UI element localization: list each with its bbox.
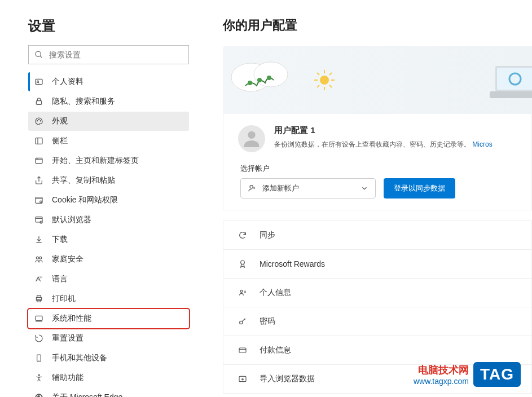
setting-row-passwords[interactable]: 密码 xyxy=(223,307,532,336)
language-icon: 字 xyxy=(34,274,44,284)
svg-rect-55 xyxy=(239,348,246,352)
svg-point-54 xyxy=(240,321,243,324)
svg-rect-45 xyxy=(490,91,532,98)
nav-item-system[interactable]: 系统和性能 xyxy=(28,309,189,328)
svg-line-39 xyxy=(329,85,332,87)
svg-point-6 xyxy=(38,119,39,120)
svg-point-0 xyxy=(36,51,41,56)
sun-illustration xyxy=(313,69,336,91)
reset-icon xyxy=(34,333,44,343)
nav-item-default-browser[interactable]: 默认浏览器 xyxy=(28,210,189,230)
setting-row-sync[interactable]: 同步 xyxy=(223,220,532,250)
setting-label: 导入浏览器数据 xyxy=(260,374,315,384)
svg-line-1 xyxy=(40,56,42,58)
nav-item-downloads[interactable]: 下载 xyxy=(28,230,189,249)
tab-icon xyxy=(34,156,44,166)
svg-point-29 xyxy=(254,62,288,87)
nav-label: 手机和其他设备 xyxy=(52,353,107,363)
search-icon xyxy=(34,50,43,59)
svg-point-46 xyxy=(248,131,255,139)
nav-item-start[interactable]: 开始、主页和新建标签页 xyxy=(28,151,189,170)
nav-label: 个人资料 xyxy=(52,77,83,87)
svg-rect-22 xyxy=(37,299,41,302)
svg-line-40 xyxy=(317,85,319,87)
svg-line-38 xyxy=(317,73,319,75)
account-section: 选择帐户 添加新帐户 登录以同步数据 xyxy=(238,164,520,198)
svg-point-31 xyxy=(257,78,262,82)
nav-label: 重置设置 xyxy=(52,333,83,343)
nav-label: 外观 xyxy=(52,116,68,126)
import-icon xyxy=(238,374,248,384)
nav-label: 系统和性能 xyxy=(52,314,91,324)
nav-label: 家庭安全 xyxy=(52,254,83,264)
nav-item-profile[interactable]: 个人资料 xyxy=(28,72,189,91)
lock-icon xyxy=(34,96,44,107)
nav-item-accessibility[interactable]: 辅助功能 xyxy=(28,368,189,387)
setting-row-rewards[interactable]: Microsoft Rewards xyxy=(223,250,532,279)
account-row: 添加新帐户 登录以同步数据 xyxy=(240,178,520,198)
nav-item-languages[interactable]: 字 语言 xyxy=(28,270,189,289)
settings-sidebar: 设置 个人资料 隐私、搜索和服务 外观 侧栏 xyxy=(0,0,200,397)
nav-item-appearance[interactable]: 外观 xyxy=(28,112,189,131)
nav-item-share[interactable]: 共享、复制和粘贴 xyxy=(28,171,189,190)
svg-rect-4 xyxy=(36,101,41,105)
svg-text:字: 字 xyxy=(39,276,42,279)
svg-rect-2 xyxy=(36,79,42,84)
nav-item-about[interactable]: 关于 Microsoft Edge xyxy=(28,388,189,397)
brush-icon xyxy=(34,116,44,126)
sidebar-title: 设置 xyxy=(28,17,189,35)
share-icon xyxy=(34,175,44,186)
edge-icon xyxy=(34,392,44,397)
nav-label: 语言 xyxy=(52,274,68,284)
svg-point-33 xyxy=(320,76,329,85)
account-label: 选择帐户 xyxy=(240,164,520,174)
chevron-down-icon xyxy=(360,184,368,192)
profile-info: 用户配置 1 备份浏览数据，在所有设备上查看收藏内容、密码、历史记录等。 Mic… xyxy=(274,125,493,149)
svg-rect-8 xyxy=(36,138,42,144)
setting-label: Microsoft Rewards xyxy=(260,259,325,268)
profile-name: 用户配置 1 xyxy=(274,125,493,136)
setting-label: 同步 xyxy=(260,230,275,240)
key-icon xyxy=(238,316,248,327)
signin-button[interactable]: 登录以同步数据 xyxy=(384,178,455,198)
profile-link[interactable]: Micros xyxy=(472,140,492,148)
watermark-url: www.tagxp.com xyxy=(414,377,469,386)
watermark: 电脑技术网 www.tagxp.com TAG xyxy=(414,362,521,387)
watermark-tag: TAG xyxy=(473,362,521,387)
svg-point-3 xyxy=(37,81,39,82)
profile-card: 用户配置 1 备份浏览数据，在所有设备上查看收藏内容、密码、历史记录等。 Mic… xyxy=(223,114,532,210)
rewards-icon xyxy=(238,259,248,269)
printer-icon xyxy=(34,294,44,304)
svg-point-17 xyxy=(36,257,38,259)
setting-row-payment[interactable]: 付款信息 xyxy=(223,336,532,365)
svg-point-14 xyxy=(40,201,42,202)
nav-item-privacy[interactable]: 隐私、搜索和服务 xyxy=(28,92,189,111)
svg-point-18 xyxy=(39,257,42,259)
nav-item-sidebar[interactable]: 侧栏 xyxy=(28,131,189,151)
nav-item-phone[interactable]: 手机和其他设备 xyxy=(28,349,189,368)
nav-label: 默认浏览器 xyxy=(52,215,91,225)
nav-label: 开始、主页和新建标签页 xyxy=(52,156,139,166)
search-input[interactable] xyxy=(49,50,183,59)
nav-label: 关于 Microsoft Edge xyxy=(52,392,122,397)
setting-row-personal-info[interactable]: 个人信息 xyxy=(223,279,532,307)
watermark-cn: 电脑技术网 xyxy=(414,363,469,377)
nav-item-reset[interactable]: 重置设置 xyxy=(28,329,189,348)
family-icon xyxy=(34,254,44,264)
nav-item-family[interactable]: 家庭安全 xyxy=(28,250,189,269)
svg-point-51 xyxy=(240,290,243,292)
nav-item-cookies[interactable]: Cookie 和网站权限 xyxy=(28,191,189,210)
svg-point-7 xyxy=(40,121,41,121)
svg-line-41 xyxy=(329,73,332,75)
search-box[interactable] xyxy=(28,45,189,64)
svg-point-27 xyxy=(38,374,40,376)
profile-header: 用户配置 1 备份浏览数据，在所有设备上查看收藏内容、密码、历史记录等。 Mic… xyxy=(238,125,520,152)
nav-item-printers[interactable]: 打印机 xyxy=(28,289,189,308)
svg-point-5 xyxy=(37,121,37,121)
accessibility-icon xyxy=(34,373,44,383)
account-select-text: 添加新帐户 xyxy=(262,183,299,193)
person-info-icon xyxy=(238,288,248,298)
account-select[interactable]: 添加新帐户 xyxy=(240,178,376,198)
nav-list: 个人资料 隐私、搜索和服务 外观 侧栏 开始、主页和新建标签页 共享、复制和粘贴 xyxy=(28,72,189,397)
svg-rect-23 xyxy=(36,316,42,320)
